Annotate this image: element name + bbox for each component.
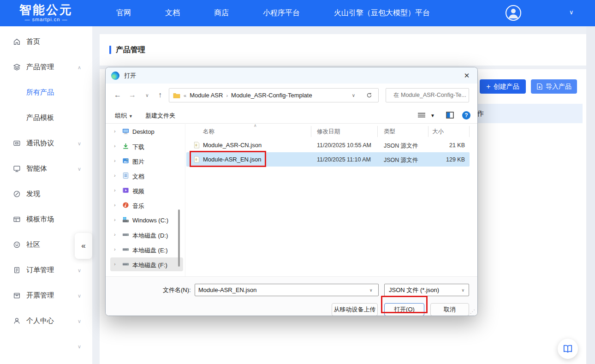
expander-icon[interactable]: › [114,158,116,163]
preview-pane-icon[interactable] [446,112,454,119]
file-rows: 0 Module_ASR-CN.json 11/20/2025 10:55 AM… [185,138,470,167]
breadcrumb-current[interactable]: Module_ASR-Config-Template [231,92,312,99]
column-size[interactable]: 大小 [432,128,444,136]
back-icon[interactable]: ← [112,90,123,101]
file-row[interactable]: 0 Module_ASR-CN.json 11/20/2025 10:55 AM… [186,138,470,152]
dialog-title: 打开 [124,72,136,80]
up-icon[interactable]: ↑ [155,90,166,101]
tree-item[interactable]: › 音乐 [106,198,185,213]
sidebar-item[interactable]: 模板市场 [0,207,92,232]
column-type[interactable]: 类型 [384,128,395,136]
tree-item[interactable]: › 本地磁盘 (E:) [106,242,185,257]
filename-input[interactable] [195,284,379,296]
videos-icon [122,187,129,194]
tree-item[interactable]: › 本地磁盘 (F:) [106,257,185,272]
folder-tree: › Desktop › 下载 › 图片 › 文档 › 视频 › [106,124,185,277]
resize-grip[interactable]: ⋰ [470,309,475,315]
expander-icon[interactable]: › [114,246,116,252]
expander-icon[interactable]: › [114,202,116,208]
close-icon[interactable]: ✕ [457,67,476,84]
nav-item[interactable]: 文档 [165,8,180,18]
tree-item[interactable]: › 文档 [106,168,185,183]
sidebar-item[interactable]: 所有产品 [0,80,92,105]
forward-icon[interactable]: → [127,90,138,101]
collapse-icon: « [81,241,85,251]
sidebar-item[interactable]: 通讯协议 ∨ [0,131,92,156]
new-folder-button[interactable]: 新建文件夹 [145,112,175,120]
expander-icon[interactable]: › [114,173,116,178]
list-view-icon[interactable] [417,112,426,119]
view-options-caret-icon[interactable]: ▼ [430,113,435,118]
refresh-icon[interactable] [366,92,373,99]
column-divider[interactable] [311,126,311,137]
svg-text:0: 0 [196,143,197,147]
file-row[interactable]: 0 Module-ASR_EN.json 11/20/2025 11:10 AM… [186,152,470,167]
tree-scrollbar[interactable] [178,209,180,267]
search-input[interactable]: 在 Module_ASR-Config-Te... [386,88,469,102]
tree-item[interactable]: › Windows (C:) [106,213,185,227]
page-title: 产品管理 [116,45,145,55]
recent-chevron-icon[interactable]: ∨ [142,90,153,101]
column-divider[interactable] [377,126,378,137]
book-icon [563,345,573,353]
sidebar-item[interactable]: 产品管理 ∧ [0,54,92,80]
tree-item[interactable]: › 视频 [106,183,185,198]
upload-from-mobile-button[interactable]: 从移动设备上传 [332,303,378,316]
nav-item[interactable]: 商店 [214,8,229,18]
layers-icon [13,63,21,71]
dialog-footer: 文件名(N): ∨ JSON 文件 (*.json) ∨ 从移动设备上传 打开(… [106,276,477,316]
open-button[interactable]: 打开(O) [384,303,424,316]
column-divider[interactable] [428,126,428,137]
nav-item[interactable]: 官网 [116,8,131,18]
address-bar[interactable]: « Module ASR › Module_ASR-Config-Templat… [169,88,379,102]
expander-icon[interactable]: › [114,128,116,134]
expander-icon[interactable]: › [114,143,116,149]
brand-logo[interactable]: 智能公元 — smartpi.cn — [19,3,73,22]
expander-icon[interactable]: › [114,187,116,193]
chevron-down-icon[interactable]: ∨ [569,9,574,16]
sidebar-item[interactable]: 订单管理 ∨ [0,257,92,283]
chevron-icon: ∨ [77,267,81,273]
avatar-icon[interactable] [506,5,521,21]
column-modified[interactable]: 修改日期 [317,128,340,136]
tree-item[interactable]: › 图片 [106,154,185,168]
organize-menu[interactable]: 组织▼ [115,112,133,120]
expander-icon[interactable]: › [114,232,116,237]
market-icon [13,215,21,223]
sidebar-item[interactable]: 首页 [0,29,92,54]
docs-fab-button[interactable] [558,339,578,359]
sidebar-item[interactable]: ∨ [0,334,92,359]
column-name[interactable]: 名称 [203,128,214,136]
sidebar-item[interactable]: 智能体 ∨ [0,156,92,181]
windows-drive-icon [122,216,129,223]
sidebar-item[interactable]: 开票管理 ∨ [0,283,92,308]
filename-label: 文件名(N): [163,286,191,294]
chevron-icon: ∨ [77,292,81,298]
nav-item[interactable]: 小程序平台 [263,8,300,18]
plus-icon: + [486,83,490,90]
tree-item[interactable]: › Desktop [106,124,185,139]
drive-icon [122,261,129,268]
music-icon [122,202,129,209]
documents-icon [122,172,129,179]
column-divider[interactable] [469,126,470,137]
expander-icon[interactable]: › [114,217,116,222]
create-product-button[interactable]: + 创建产品 [480,79,526,94]
help-icon[interactable]: ? [462,111,470,119]
tree-item[interactable]: › 下载 [106,139,185,154]
breadcrumb-parent[interactable]: Module ASR [190,92,223,99]
dialog-titlebar[interactable]: 打开 ✕ [106,67,477,84]
address-dropdown-icon[interactable]: ∨ [352,93,355,98]
sidebar-item[interactable]: 产品模板 [0,105,92,131]
sidebar-item[interactable]: 发现 [0,181,92,207]
tree-item[interactable]: › 本地磁盘 (D:) [106,227,185,242]
sidebar-item[interactable]: 个人中心 ∨ [0,308,92,334]
import-product-button[interactable]: 导入产品 [531,79,577,94]
sidebar-collapse-button[interactable]: « [75,233,92,259]
page-scrollbar[interactable] [586,26,595,364]
page-header: 产品管理 [100,34,586,66]
cancel-button[interactable]: 取消 [430,303,469,316]
expander-icon[interactable]: › [114,261,116,267]
nav-item[interactable]: 火山引擎（豆包大模型）平台 [334,8,430,18]
filetype-select[interactable]: JSON 文件 (*.json) ∨ [384,284,469,296]
